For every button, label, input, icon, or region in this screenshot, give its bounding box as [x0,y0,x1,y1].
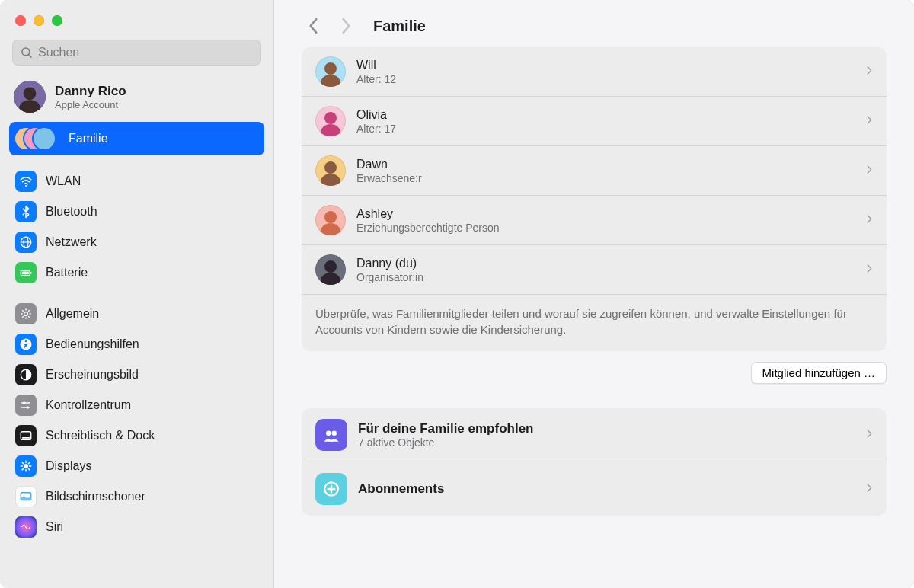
sidebar-item-label: Bedienungshilfen [46,337,139,351]
member-name: Dawn [356,158,855,171]
apple-account-row[interactable]: Danny Rico Apple Account [0,73,273,120]
member-name: Will [356,59,855,72]
sidebar-item-bluetooth[interactable]: Bluetooth [9,197,264,227]
svg-point-11 [324,211,337,223]
sidebar-item-bildschirmschoner[interactable]: Bildschirmschoner [9,481,264,512]
sidebar-item-familie[interactable]: Familie [9,122,264,155]
sidebar-item-label: Netzwerk [46,235,97,249]
close-window-button[interactable] [15,15,26,26]
family-member-row[interactable]: Danny (du) Organisator:in [302,244,887,294]
sidebar-item-label: Schreibtisch & Dock [46,429,155,443]
chevron-right-icon [866,482,873,496]
svg-point-6 [321,75,340,87]
svg-point-5 [324,62,337,75]
member-avatar [315,254,346,285]
display-icon [15,455,37,477]
plus-icon [315,473,347,505]
family-member-row[interactable]: Will Alter: 12 [302,47,887,96]
sidebar-item-allgemein[interactable]: Allgemein [9,299,264,329]
zoom-window-button[interactable] [52,15,62,26]
main-panel: Familie Will Alter: 12 Olivia Alter: 17 [274,0,914,588]
svg-line-1 [28,54,31,57]
search-input[interactable] [38,46,254,59]
sidebar-item-label: Allgemein [46,307,99,321]
siri-icon [15,516,37,538]
back-button[interactable] [305,17,323,35]
member-name: Ashley [356,207,855,221]
sidebar-item-siri[interactable]: Siri [9,512,264,542]
sidebar-item-netzwerk[interactable]: Netzwerk [9,227,264,257]
family-members-card: Will Alter: 12 Olivia Alter: 17 Dawn [302,47,887,351]
family-member-row[interactable]: Dawn Erwachsene:r [302,145,887,195]
sidebar-nav: Familie WLANBluetoothNetzwerkBatterie Al… [0,120,273,588]
ssaver-icon [15,486,37,507]
forward-button[interactable] [337,17,355,35]
gear-icon [15,303,37,324]
window-controls [0,3,273,37]
sidebar-item-displays[interactable]: Displays [9,451,264,481]
sidebar-item-label: WLAN [46,174,81,188]
chevron-right-icon [866,114,873,128]
search-field[interactable] [12,40,261,66]
member-subtitle: Erwachsene:r [356,172,855,184]
member-avatar [315,56,346,87]
bluetooth-icon [15,201,37,222]
account-avatar [14,81,46,113]
minimize-window-button[interactable] [34,15,44,26]
member-subtitle: Organisator:in [356,271,855,283]
svg-point-12 [321,223,340,235]
svg-point-7 [324,112,337,124]
sidebar-item-label: Familie [69,132,108,145]
sidebar-item-kontrollzentrum[interactable]: Kontrollzentrum [9,390,264,420]
feature-row[interactable]: Für deine Familie empfohlen 7 aktive Obj… [302,408,887,462]
svg-point-14 [321,273,340,285]
family-avatars-icon [15,126,59,151]
main-header: Familie [274,0,914,47]
appear-icon [15,364,37,385]
page-title: Familie [373,18,426,35]
group-icon [315,419,347,451]
add-member-button[interactable]: Mitglied hinzufügen … [751,362,887,384]
dock-icon [15,425,37,446]
family-member-row[interactable]: Ashley Erziehungsberechtigte Person [302,195,887,244]
sidebar-item-batterie[interactable]: Batterie [9,257,264,288]
chevron-right-icon [866,428,873,442]
chevron-right-icon [866,213,873,227]
sidebar-item-bedienungshilfen[interactable]: Bedienungshilfen [9,329,264,360]
sidebar-item-label: Bildschirmschoner [46,490,145,503]
family-members-footer: Überprüfe, was Familienmitglieder teilen… [302,294,887,351]
battery-icon [15,262,37,283]
member-avatar [315,205,346,235]
account-subtitle: Apple Account [55,99,126,110]
wifi-icon [15,171,37,192]
account-name: Danny Rico [55,84,126,99]
chevron-right-icon [866,263,873,276]
member-avatar [315,155,346,186]
member-subtitle: Alter: 12 [356,73,855,85]
member-name: Danny (du) [356,257,855,270]
sidebar-item-label: Siri [46,520,63,534]
family-features-card: Für deine Familie empfohlen 7 aktive Obj… [302,408,887,516]
family-member-row[interactable]: Olivia Alter: 17 [302,96,887,145]
sliders-icon [15,395,37,416]
sidebar-item-schreibtisch-dock[interactable]: Schreibtisch & Dock [9,420,264,451]
member-subtitle: Erziehungsberechtigte Person [356,222,855,234]
chevron-right-icon [866,164,873,177]
chevron-right-icon [866,65,873,78]
feature-row[interactable]: Abonnements [302,462,887,516]
member-subtitle: Alter: 17 [356,123,855,135]
svg-point-3 [24,87,37,100]
svg-point-9 [324,161,337,174]
member-name: Olivia [356,108,855,122]
sidebar-item-label: Batterie [46,266,88,280]
sidebar-item-label: Displays [46,459,91,473]
sidebar-item-erscheinungsbild[interactable]: Erscheinungsbild [9,360,264,390]
feature-title: Abonnements [358,481,855,497]
search-icon [20,46,34,59]
sidebar: Danny Rico Apple Account Familie WLANBlu… [0,0,274,588]
sidebar-item-wlan[interactable]: WLAN [9,166,264,197]
sidebar-item-label: Bluetooth [46,205,97,219]
feature-subtitle: 7 aktive Objekte [358,436,855,449]
svg-point-13 [324,260,337,273]
svg-point-8 [321,124,340,136]
